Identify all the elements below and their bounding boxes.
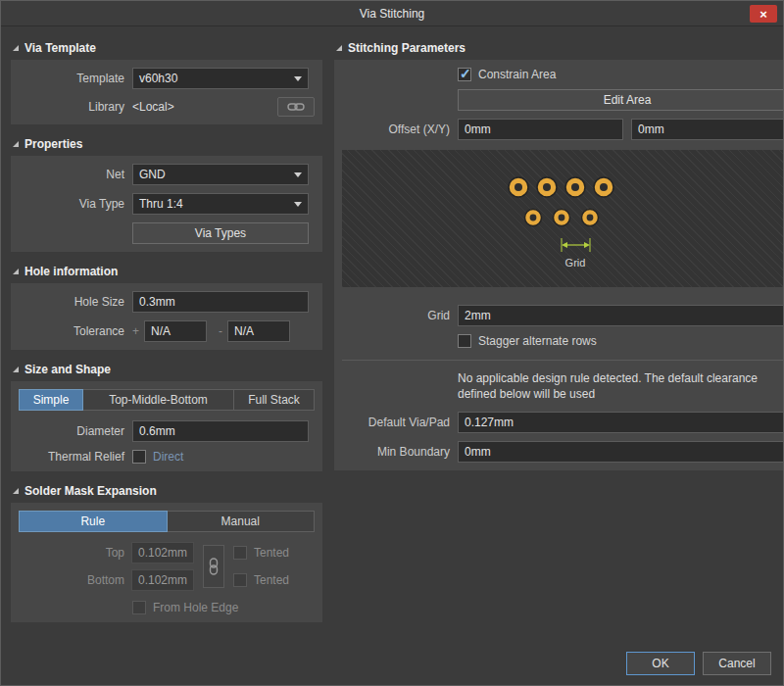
via-stitching-dialog: Via Stitching × Via Template Template v6… (0, 0, 784, 686)
via-pads-bottom-row (525, 210, 599, 226)
chevron-down-icon (294, 76, 302, 81)
diameter-input[interactable] (132, 420, 309, 442)
section-title: Properties (24, 137, 82, 151)
tented-bottom-checkbox[interactable] (233, 573, 247, 587)
section-content-hole-information: Hole Size Tolerance + - (11, 283, 322, 350)
stagger-alternate-rows-checkbox[interactable] (458, 334, 471, 348)
cancel-button[interactable]: Cancel (703, 652, 771, 675)
collapse-triangle-icon (13, 488, 19, 494)
min-boundary-input[interactable] (458, 441, 783, 463)
link-top-bottom-button[interactable] (203, 545, 224, 588)
tab-simple[interactable]: Simple (19, 389, 83, 411)
section-content-stitching: Constrain Area Edit Area Offset (X/Y) (334, 60, 783, 470)
tab-top-middle-bottom[interactable]: Top-Middle-Bottom (83, 389, 234, 411)
collapse-triangle-icon (13, 367, 19, 372)
section-stitching-parameters: Stitching Parameters Constrain Area Edit… (334, 36, 783, 470)
thermal-relief-label: Thermal Relief (19, 450, 124, 464)
section-title: Size and Shape (24, 363, 111, 376)
tab-full-stack[interactable]: Full Stack (234, 389, 315, 411)
section-properties: Properties Net GND Via Type Thru 1:4 (11, 132, 322, 252)
section-header-size-and-shape[interactable]: Size and Shape (11, 358, 322, 381)
from-hole-edge-checkbox[interactable] (132, 601, 146, 614)
net-label: Net (19, 168, 124, 181)
section-title: Via Template (24, 41, 96, 55)
dialog-title: Via Stitching (360, 7, 425, 21)
default-via-pad-input[interactable] (458, 412, 783, 433)
section-header-via-template[interactable]: Via Template (11, 36, 322, 60)
template-dropdown[interactable]: v60h30 (132, 68, 309, 89)
close-button[interactable]: × (750, 5, 777, 23)
left-column: Via Template Template v60h30 Library <Lo… (11, 36, 322, 642)
section-title: Stitching Parameters (348, 41, 466, 55)
net-dropdown[interactable]: GND (132, 164, 309, 185)
right-column: Stitching Parameters Constrain Area Edit… (334, 36, 783, 642)
section-content-size-and-shape: Simple Top-Middle-Bottom Full Stack Diam… (11, 381, 322, 471)
from-hole-edge-label: From Hole Edge (153, 601, 238, 614)
dialog-footer: OK Cancel (1, 642, 783, 685)
grid-dimension-arrow (562, 238, 590, 252)
via-type-dropdown[interactable]: Thru 1:4 (132, 193, 309, 215)
direct-label: Direct (153, 450, 183, 464)
design-rule-notice: No applicable design rule detected. The … (458, 370, 781, 402)
offset-y-input[interactable] (631, 119, 783, 140)
collapse-triangle-icon (13, 269, 19, 274)
tolerance-minus-sign: - (219, 324, 222, 338)
bottom-expansion-input[interactable] (131, 569, 194, 591)
section-content-solder-mask: Rule Manual Top (11, 503, 322, 622)
grid-label: Grid (342, 309, 450, 322)
library-label: Library (19, 100, 124, 114)
titlebar[interactable]: Via Stitching × (1, 1, 783, 26)
min-boundary-label: Min Boundary (342, 445, 450, 459)
tolerance-minus-input[interactable] (227, 320, 290, 342)
close-icon: × (760, 8, 767, 21)
tolerance-label: Tolerance (19, 324, 124, 338)
via-grid-preview: Grid (342, 150, 783, 287)
via-type-value: Thru 1:4 (139, 197, 183, 211)
collapse-triangle-icon (336, 45, 342, 51)
ok-button[interactable]: OK (626, 652, 695, 675)
dialog-body: Via Template Template v60h30 Library <Lo… (1, 26, 783, 642)
constrain-area-label: Constrain Area (478, 68, 556, 81)
tented-top-checkbox[interactable] (233, 546, 247, 560)
section-via-template: Via Template Template v60h30 Library <Lo… (11, 36, 322, 124)
section-title: Solder Mask Expansion (24, 484, 157, 498)
section-header-properties[interactable]: Properties (11, 132, 322, 156)
hole-size-input[interactable] (132, 291, 309, 313)
section-content-via-template: Template v60h30 Library <Local> (11, 60, 322, 124)
edit-area-button[interactable]: Edit Area (458, 89, 783, 111)
section-solder-mask-expansion: Solder Mask Expansion Rule Manual Top (11, 479, 322, 622)
tolerance-plus-sign: + (132, 324, 139, 338)
chain-link-icon (287, 101, 305, 113)
section-header-solder-mask[interactable]: Solder Mask Expansion (11, 479, 322, 503)
template-value: v60h30 (139, 72, 177, 85)
via-types-button[interactable]: Via Types (132, 222, 309, 244)
tab-rule[interactable]: Rule (19, 511, 168, 532)
section-content-properties: Net GND Via Type Thru 1:4 (11, 156, 322, 252)
section-header-hole-information[interactable]: Hole information (11, 260, 322, 283)
collapse-triangle-icon (13, 141, 19, 147)
library-link-button[interactable] (277, 97, 315, 117)
constrain-area-checkbox[interactable] (458, 68, 471, 81)
preview-grid-label: Grid (565, 257, 586, 269)
bottom-label: Bottom (19, 573, 124, 587)
diameter-label: Diameter (19, 424, 124, 438)
top-label: Top (19, 546, 124, 560)
chevron-down-icon (294, 202, 302, 207)
net-value: GND (139, 168, 166, 181)
section-title: Hole information (24, 265, 118, 278)
top-expansion-input[interactable] (131, 542, 194, 564)
via-pads-top-row (509, 177, 613, 197)
divider (342, 360, 783, 361)
solder-mask-tabbar: Rule Manual (19, 511, 315, 532)
stagger-alternate-rows-label: Stagger alternate rows (478, 334, 597, 348)
tented-top-label: Tented (254, 546, 289, 560)
direct-checkbox[interactable] (132, 450, 146, 464)
offset-label: Offset (X/Y) (342, 122, 450, 136)
section-header-stitching-parameters[interactable]: Stitching Parameters (334, 36, 783, 60)
section-hole-information: Hole information Hole Size Tolerance + - (11, 260, 322, 350)
offset-x-input[interactable] (458, 119, 623, 140)
tab-manual[interactable]: Manual (168, 511, 316, 532)
collapse-triangle-icon (13, 45, 19, 51)
tolerance-plus-input[interactable] (144, 320, 207, 342)
grid-input[interactable] (458, 305, 783, 326)
